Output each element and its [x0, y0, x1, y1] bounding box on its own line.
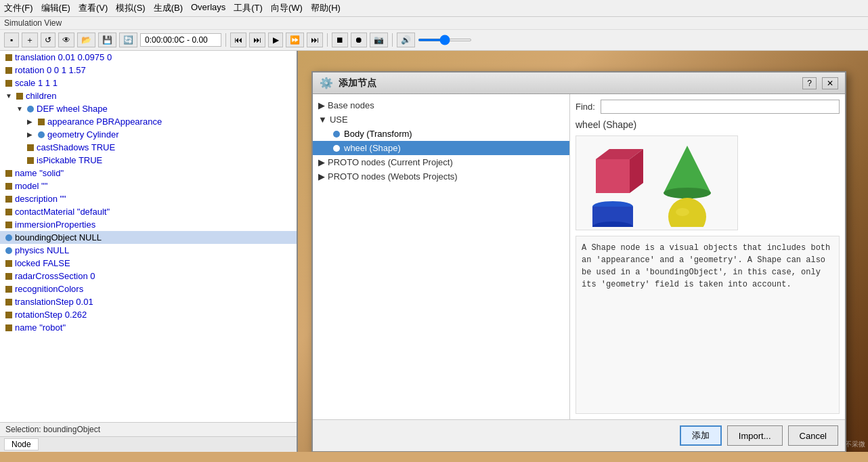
- node-label: Body (Transform): [344, 129, 412, 139]
- toolbar-add-btn[interactable]: ＋: [22, 33, 38, 47]
- tree-item-translation[interactable]: translation 0.01 0.0975 0: [0, 51, 297, 64]
- tree-text: immersionProperties: [15, 219, 95, 230]
- tab-node[interactable]: Node: [4, 438, 39, 450]
- tree-item-name-robot[interactable]: name "robot": [0, 321, 297, 334]
- circle-icon: [5, 247, 12, 254]
- toolbar-open-btn[interactable]: 📂: [77, 33, 95, 47]
- square-icon: [5, 299, 12, 306]
- square-icon: [5, 273, 12, 280]
- tree-item-physics[interactable]: physics NULL: [0, 244, 297, 257]
- status-bar: Selection: boundingObject: [0, 422, 297, 436]
- toolbar-refresh-btn[interactable]: 🔄: [119, 33, 137, 47]
- sim-view-label: Simulation View: [0, 17, 868, 30]
- playback-play-btn[interactable]: ▶: [268, 33, 283, 47]
- playback-start-btn[interactable]: ⏮: [230, 33, 246, 47]
- tree-item-contact-material[interactable]: contactMaterial "default": [0, 205, 297, 218]
- node-label: wheel (Shape): [344, 143, 401, 153]
- dialog-section-proto-webots[interactable]: ▶ PROTO nodes (Webots Projects): [313, 169, 569, 184]
- sep-2: [327, 33, 328, 47]
- menu-file[interactable]: 文件(F): [4, 2, 33, 14]
- menu-tools[interactable]: 工具(T): [234, 2, 263, 14]
- menu-view[interactable]: 查看(V): [79, 2, 108, 14]
- expand-icon: ▼: [5, 92, 14, 100]
- playback-ff-btn[interactable]: ⏩: [286, 33, 304, 47]
- tree-item-rotation-step[interactable]: rotationStep 0.262: [0, 308, 297, 321]
- menu-edit[interactable]: 编辑(E): [41, 2, 70, 14]
- volume-slider[interactable]: [418, 39, 472, 41]
- import-button[interactable]: Import...: [727, 425, 783, 446]
- record-btn[interactable]: ⏹: [332, 33, 348, 47]
- square-icon: [5, 260, 12, 267]
- dialog-section-use[interactable]: ▼ USE: [313, 112, 569, 127]
- square-icon: [5, 286, 12, 293]
- section-label: Base nodes: [328, 100, 374, 110]
- square-icon: [5, 67, 12, 74]
- tree-item-name[interactable]: name "solid": [0, 167, 297, 180]
- tree-item-children[interactable]: ▼ children: [0, 89, 297, 102]
- section-expand-icon: ▶: [318, 157, 325, 167]
- dialog-tree[interactable]: ▶ Base nodes ▼ USE Body (Transform): [313, 94, 569, 419]
- tree-item-cast-shadows[interactable]: castShadows TRUE: [0, 141, 297, 154]
- toolbar-reload-btn[interactable]: ↺: [41, 33, 56, 47]
- tree-item-locked[interactable]: locked FALSE: [0, 257, 297, 270]
- rec-dot-btn[interactable]: ⏺: [351, 33, 367, 47]
- playback-skip-btn[interactable]: ⏭: [307, 33, 323, 47]
- tree-item-rotation[interactable]: rotation 0 0 1 1.57: [0, 64, 297, 77]
- dialog-tree-wheel-shape[interactable]: wheel (Shape): [313, 141, 569, 155]
- tree-item-def-wheel[interactable]: ▼ DEF wheel Shape: [0, 102, 297, 115]
- tree-item-immersion[interactable]: immersionProperties: [0, 218, 297, 231]
- circle-icon: [5, 234, 12, 241]
- tree-item-bounding-object[interactable]: boundingObject NULL: [0, 231, 297, 244]
- section-label: PROTO nodes (Current Project): [328, 157, 453, 167]
- find-input[interactable]: [601, 100, 840, 114]
- dialog-section-proto-current[interactable]: ▶ PROTO nodes (Current Project): [313, 155, 569, 169]
- audio-btn[interactable]: 🔊: [397, 33, 415, 47]
- menu-help[interactable]: 帮助(H): [311, 2, 341, 14]
- toolbar-panel-btn[interactable]: ▪: [4, 33, 19, 47]
- cancel-button[interactable]: Cancel: [788, 425, 838, 446]
- cone-base: [664, 188, 711, 198]
- menu-overlays[interactable]: Overlays: [191, 2, 225, 14]
- tree-item-description[interactable]: description "": [0, 192, 297, 205]
- menu-simulate[interactable]: 模拟(S): [116, 2, 145, 14]
- dialog-tree-body-transform[interactable]: Body (Transform): [313, 127, 569, 141]
- dialog-body: ▶ Base nodes ▼ USE Body (Transform): [313, 94, 845, 419]
- tree-text: DEF wheel Shape: [37, 104, 108, 114]
- tab-bar: Node: [0, 436, 297, 452]
- sep-3: [392, 33, 393, 47]
- cube-front: [596, 159, 630, 193]
- tree-item-recognition[interactable]: recognitionColors: [0, 282, 297, 295]
- tree-item-geometry[interactable]: ▶ geometry Cylinder: [0, 128, 297, 141]
- toolbar-eye-btn[interactable]: 👁: [58, 33, 74, 47]
- add-button[interactable]: 添加: [680, 425, 722, 446]
- square-icon: [5, 80, 12, 87]
- menu-build[interactable]: 生成(B): [154, 2, 183, 14]
- tree-text: locked FALSE: [15, 258, 70, 268]
- section-expand-icon: ▶: [318, 171, 325, 182]
- tree-text: geometry Cylinder: [47, 129, 119, 140]
- tree-area[interactable]: translation 0.01 0.0975 0 rotation 0 0 1…: [0, 51, 297, 422]
- square-icon: [5, 196, 12, 203]
- circle-icon: [27, 106, 34, 112]
- tree-text: radarCrossSection 0: [15, 271, 95, 281]
- dialog-help-button[interactable]: ?: [802, 77, 817, 89]
- section-expand-icon: ▶: [318, 100, 325, 110]
- playback-step-btn[interactable]: ⏭: [249, 33, 265, 47]
- square-icon: [5, 54, 12, 61]
- tree-item-is-pickable[interactable]: isPickable TRUE: [0, 154, 297, 167]
- tree-item-radar[interactable]: radarCrossSection 0: [0, 270, 297, 282]
- tree-item-scale[interactable]: scale 1 1 1: [0, 77, 297, 89]
- toolbar-save-btn[interactable]: 💾: [98, 33, 116, 47]
- right-3d-view: ⚙️ 添加节点 ? ✕ ▶ Base nodes ▼: [298, 51, 868, 452]
- dialog-section-base-nodes[interactable]: ▶ Base nodes: [313, 98, 569, 112]
- tree-item-translation-step[interactable]: translationStep 0.01: [0, 295, 297, 308]
- tree-item-appearance[interactable]: ▶ appearance PBRAppearance: [0, 115, 297, 128]
- dialog-close-button[interactable]: ✕: [822, 77, 838, 89]
- screenshot-btn[interactable]: 📷: [370, 33, 388, 47]
- menu-wizard[interactable]: 向导(W): [271, 2, 303, 14]
- tree-text: isPickable TRUE: [37, 155, 102, 165]
- tree-item-model[interactable]: model "": [0, 180, 297, 192]
- tree-text: recognitionColors: [15, 284, 83, 294]
- tree-text: castShadows TRUE: [37, 142, 115, 152]
- circle-icon: [38, 131, 45, 138]
